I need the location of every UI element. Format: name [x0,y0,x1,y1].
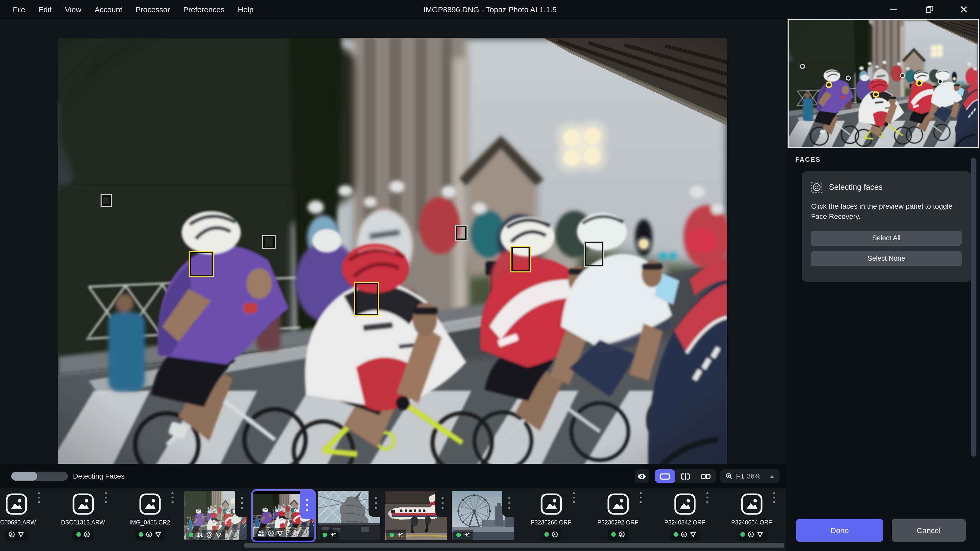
thumbnail-status-badges [453,530,473,540]
close-icon [959,5,968,14]
minimap-face-dot-1[interactable] [800,64,805,69]
eye-icon [637,473,647,480]
single-view-button[interactable] [655,469,675,483]
zoom-menu-caret[interactable] [769,474,774,478]
image-placeholder-icon [673,493,696,515]
thumbnail-status-badges [186,530,225,540]
minimap-face-dot-2[interactable] [826,81,832,88]
minimap-face-dot-5[interactable] [900,73,905,78]
thumbnail-menu-button[interactable] [704,492,711,503]
panel-scrollbar[interactable] [971,158,977,457]
thumbnail-menu-button[interactable] [570,492,577,503]
thumbnail-status-badges [5,529,27,540]
faces-instruction: Click the faces in the preview panel to … [811,201,963,221]
show-original-button[interactable] [635,469,649,483]
thumbnail-status-badges [387,530,406,540]
faces-card: Selecting faces Click the faces in the p… [802,171,971,282]
faces-icon [196,532,204,538]
thumbnail-airplane[interactable] [385,489,450,542]
faces-icon [257,530,265,536]
image-placeholder-icon [540,493,562,515]
minimap-face-dot-7[interactable] [938,79,943,84]
preview-image[interactable] [58,38,727,483]
thumbnail-sculpture[interactable] [318,489,383,542]
thumbnail-menu-button[interactable] [771,492,778,503]
progress-label: Detecting Faces [73,464,124,488]
thumbnail-filename: IMG_0455.CR2 [118,519,182,526]
zoom-fit-label: Fit [736,472,744,480]
minimap-face-dot-3[interactable] [846,76,851,81]
thumbnail-filename: SC00690.ARW [0,519,48,526]
face-box-4-selected[interactable] [354,281,379,316]
select-all-button[interactable]: Select All [811,230,962,246]
restore-button[interactable] [925,5,934,14]
thumbnail-cycling-a-selected[interactable] [251,489,316,542]
denoise-icon [83,531,90,538]
thumbnail-status-badges [320,530,339,540]
image-placeholder-icon [607,493,629,515]
thumbnail-dsc01313.arw[interactable]: DSC01313.ARW [51,489,115,542]
minimap-face-dot-4[interactable] [873,91,879,98]
thumbnail-p3230260.orf[interactable]: P3230260.ORF [519,489,584,542]
face-box-3-unselected[interactable] [262,235,275,249]
thumbnail-menu-button[interactable] [637,492,644,503]
processed-green-dot-icon [544,532,549,537]
sharpen-icon [277,530,283,537]
minimap-face-dot-6[interactable] [916,80,923,86]
denoise-icon [206,532,213,538]
side-by-side-view-button[interactable] [696,469,716,483]
thumbnail-cycling-b[interactable] [184,489,249,542]
thumbnail-filename: DSC01313.ARW [51,519,115,526]
menu-edit[interactable]: Edit [38,5,52,14]
thumbnail-menu-button[interactable] [435,489,450,517]
select-none-button[interactable]: Select None [811,251,962,266]
thumbnail-ferris-wheel[interactable] [452,489,517,542]
app-window: FileEditViewAccountProcessorPreferencesH… [0,0,980,551]
thumbnail-sc00690.arw[interactable]: SC00690.ARW [0,489,48,542]
thumbnail-menu-button[interactable] [300,491,314,519]
cancel-button[interactable]: Cancel [892,519,966,542]
thumbnail-menu-button[interactable] [169,492,176,503]
menu-preferences[interactable]: Preferences [183,5,224,14]
thumbnail-menu-button[interactable] [369,489,383,517]
thumbnail-img_0455.cr2[interactable]: IMG_0455.CR2 [118,489,182,542]
sharpen-icon [690,531,696,538]
thumbnail-menu-button[interactable] [102,492,109,503]
face-box-6-selected[interactable] [511,246,531,273]
menu-view[interactable]: View [65,5,81,14]
menu-help[interactable]: Help [238,5,254,14]
thumbnail-menu-button[interactable] [35,492,42,503]
sharpen-icon [215,532,222,538]
smiley-face-icon [811,182,822,193]
thumbnail-menu-button[interactable] [235,489,249,517]
minimize-button[interactable] [889,5,898,14]
filmstrip: SC00690.ARWDSC01313.ARWIMG_0455.CR2P3230… [0,488,786,551]
thumbnail-filename: P3230292.ORF [585,519,650,526]
face-box-5-unselected[interactable] [455,225,468,241]
menu-processor[interactable]: Processor [135,5,170,14]
processed-green-dot-icon [390,533,394,537]
face-box-7-unselected[interactable] [584,241,605,267]
processed-green-dot-icon [189,533,193,537]
menu-account[interactable]: Account [95,5,122,14]
thumbnail-p3240604.orf[interactable]: P3240604.ORF [719,489,784,542]
status-bar: Detecting Faces Fit 36% [0,464,786,488]
image-placeholder-icon [5,493,27,515]
thumbnail-p3240342.orf[interactable]: P3240342.ORF [652,489,717,542]
faces-status-row: Selecting faces [811,182,883,193]
denoise-icon [551,531,558,538]
menu-file[interactable]: File [13,5,25,14]
close-button[interactable] [959,5,968,14]
thumbnail-p3230292.orf[interactable]: P3230292.ORF [585,489,650,542]
thumbnail-menu-button[interactable] [502,489,517,517]
split-view-button[interactable] [675,469,696,483]
zoom-control[interactable]: Fit 36% [720,469,780,483]
face-box-2-selected[interactable] [189,251,214,277]
done-button[interactable]: Done [796,519,883,542]
face-box-1-unselected[interactable] [100,194,112,207]
navigation-minimap[interactable] [788,19,979,148]
processed-green-dot-icon [673,532,678,537]
denoise-icon [145,531,152,538]
denoise-icon [680,531,687,538]
filmstrip-scrollbar[interactable] [244,543,784,548]
